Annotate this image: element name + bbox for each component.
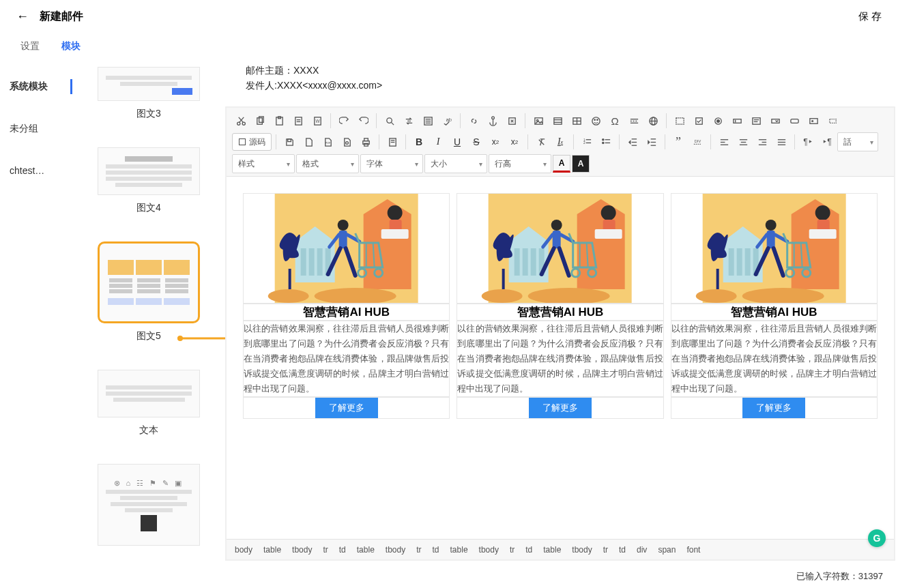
path-seg[interactable]: tr — [510, 545, 515, 555]
textcolor-button[interactable]: A — [553, 155, 570, 173]
unlink-icon[interactable] — [503, 112, 521, 130]
textfield-icon[interactable] — [728, 112, 746, 130]
removeformat-icon[interactable] — [532, 133, 550, 151]
path-seg[interactable]: td — [339, 545, 346, 555]
numberlist-icon[interactable]: 12 — [578, 133, 596, 151]
select-icon[interactable] — [766, 112, 784, 130]
path-seg[interactable]: table — [263, 545, 281, 555]
newpage-icon[interactable] — [300, 133, 317, 151]
path-seg[interactable]: div — [637, 545, 647, 555]
subscript-icon[interactable]: x2 — [487, 133, 504, 151]
cut-icon[interactable] — [232, 112, 250, 130]
bold-icon[interactable]: B — [410, 133, 428, 151]
bulletlist-icon[interactable] — [597, 133, 615, 151]
path-seg[interactable]: table — [450, 545, 468, 555]
blockquote-icon[interactable]: ” — [669, 133, 687, 151]
table-icon[interactable] — [568, 112, 585, 130]
path-seg[interactable]: td — [619, 545, 626, 555]
checkbox-icon[interactable] — [690, 112, 708, 130]
path-seg[interactable]: tbody — [386, 545, 405, 555]
underline-icon[interactable]: U — [448, 133, 466, 151]
path-seg[interactable]: font — [686, 545, 700, 555]
path-seg[interactable]: table — [357, 545, 375, 555]
pagebreak-icon[interactable] — [625, 112, 643, 130]
path-seg[interactable]: body — [235, 545, 252, 555]
path-seg[interactable]: tr — [323, 545, 328, 555]
outdent-icon[interactable] — [624, 133, 641, 151]
spellcheck-icon[interactable]: ab — [438, 112, 456, 130]
pdf-icon[interactable]: PDF — [319, 133, 336, 151]
module-footer[interactable]: ⊗ ⌂ ☷ ⚑ ✎ ▣ — [98, 464, 200, 546]
path-seg[interactable]: td — [525, 545, 532, 555]
format-combo[interactable]: 格式 — [296, 154, 359, 173]
superscript-icon[interactable]: x2 — [506, 133, 523, 151]
rtl-icon[interactable]: ‣¶ — [818, 133, 836, 151]
size-combo[interactable]: 大小 — [424, 154, 487, 173]
path-seg[interactable]: tbody — [572, 545, 592, 555]
form-icon[interactable] — [671, 112, 689, 130]
paste-text-icon[interactable] — [289, 112, 307, 130]
radio-icon[interactable] — [709, 112, 727, 130]
language-combo[interactable]: 話 — [837, 132, 878, 151]
copyformat-icon[interactable]: Ix — [551, 133, 569, 151]
image-icon[interactable] — [530, 112, 547, 130]
redo-icon[interactable] — [354, 112, 372, 130]
print-icon[interactable] — [357, 133, 375, 151]
lineheight-combo[interactable]: 行高 — [489, 154, 551, 173]
anchor-icon[interactable] — [484, 112, 502, 130]
path-seg[interactable]: span — [658, 545, 676, 555]
tab-modules[interactable]: 模块 — [50, 35, 91, 58]
hidden-icon[interactable] — [824, 112, 841, 130]
preview-icon[interactable] — [338, 133, 356, 151]
iframe-icon[interactable] — [644, 112, 662, 130]
learn-more-button[interactable]: 了解更多 — [529, 398, 592, 418]
category-ungrouped[interactable]: 未分组 — [0, 116, 72, 142]
smiley-icon[interactable] — [587, 112, 605, 130]
card-image-cell[interactable] — [671, 193, 878, 304]
textarea-icon[interactable] — [747, 112, 765, 130]
learn-more-button[interactable]: 了解更多 — [742, 398, 805, 418]
bgcolor-button[interactable]: A — [572, 155, 590, 173]
card-body[interactable]: 以往的营销效果洞察，往往滞后且营销人员很难判断到底哪里出了问题？为什么消费者会反… — [457, 321, 663, 397]
strike-icon[interactable]: S — [467, 133, 485, 151]
font-combo[interactable]: 字体 — [360, 154, 423, 173]
copy-icon[interactable] — [251, 112, 269, 130]
back-icon[interactable]: ← — [16, 10, 29, 24]
flash-icon[interactable] — [549, 112, 566, 130]
find-icon[interactable] — [381, 112, 399, 130]
button-icon[interactable] — [785, 112, 803, 130]
replace-icon[interactable]: ab — [400, 112, 418, 130]
paste-icon[interactable] — [270, 112, 288, 130]
learn-more-button[interactable]: 了解更多 — [315, 398, 378, 418]
align-center-icon[interactable] — [734, 133, 752, 151]
paste-word-icon[interactable]: W — [308, 112, 326, 130]
templates-icon[interactable] — [383, 133, 401, 151]
align-left-icon[interactable] — [715, 133, 733, 151]
module-tuwen5[interactable]: 图文5 — [98, 241, 200, 342]
align-right-icon[interactable] — [753, 133, 771, 151]
path-seg[interactable]: table — [543, 545, 561, 555]
category-chtest[interactable]: chtest… — [0, 158, 72, 183]
card-title[interactable]: 智慧营销AI HUB — [671, 304, 878, 321]
undo-icon[interactable] — [335, 112, 353, 130]
editor-canvas[interactable]: 智慧营销AI HUB 智慧营销AI HUB 智慧营销AI HUB 以往的营销效果… — [227, 177, 894, 539]
indent-icon[interactable] — [643, 133, 661, 151]
grammarly-icon[interactable]: G — [868, 529, 886, 547]
card-image-cell[interactable] — [457, 193, 663, 304]
tab-settings[interactable]: 设置 — [10, 35, 50, 58]
imagebutton-icon[interactable] — [805, 112, 822, 130]
link-icon[interactable] — [465, 112, 482, 130]
path-seg[interactable]: tr — [416, 545, 421, 555]
category-system[interactable]: 系统模块 — [0, 74, 72, 100]
source-button[interactable]: 源码 — [232, 133, 272, 151]
save-icon[interactable] — [280, 133, 298, 151]
path-seg[interactable]: tbody — [292, 545, 312, 555]
module-tuwen3[interactable]: 图文3 — [98, 67, 200, 120]
module-tuwen4[interactable]: 图文4 — [98, 147, 200, 214]
save-button[interactable]: 保 存 — [858, 10, 882, 23]
italic-icon[interactable]: I — [429, 133, 447, 151]
module-text[interactable]: 文本 — [98, 370, 200, 437]
path-seg[interactable]: td — [433, 545, 439, 555]
card-title[interactable]: 智慧营销AI HUB — [457, 304, 663, 321]
card-body[interactable]: 以往的营销效果洞察，往往滞后且营销人员很难判断到底哪里出了问题？为什么消费者会反… — [243, 321, 450, 397]
